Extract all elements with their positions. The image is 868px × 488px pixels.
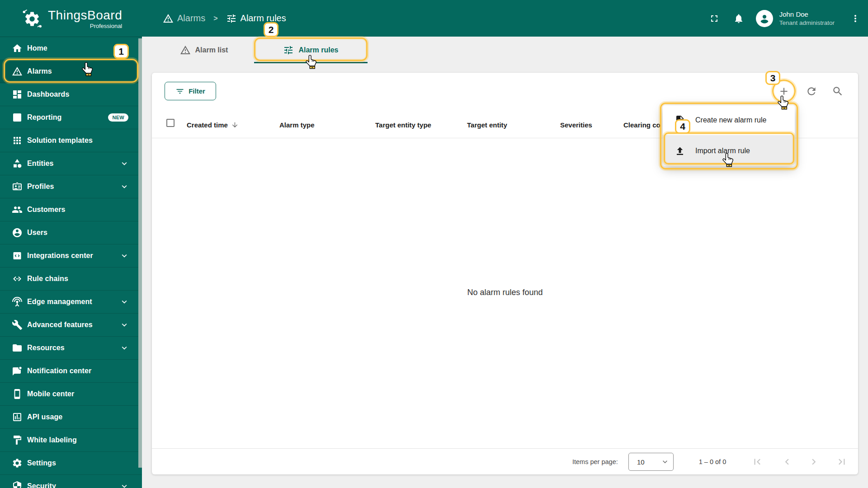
tab-ink-bar <box>254 62 368 63</box>
sidebar-item-label: Rule chains <box>27 275 68 283</box>
breadcrumb: Alarms > Alarm rules <box>163 0 286 37</box>
sidebar-item-integrations-center[interactable]: Integrations center <box>0 244 142 267</box>
sidebar-item-label: Advanced features <box>27 321 93 329</box>
person-icon <box>758 12 771 25</box>
sidebar-item-label: Integrations center <box>27 252 93 260</box>
column-header-clearing-co[interactable]: Clearing co <box>623 116 660 133</box>
rule-chains-icon <box>12 273 23 284</box>
settings-icon <box>12 458 23 469</box>
first-page-button[interactable] <box>751 456 763 468</box>
chevron-down-icon <box>119 182 129 192</box>
last-page-button[interactable] <box>836 456 848 468</box>
profiles-icon <box>12 181 23 192</box>
sidebar-item-mobile-center[interactable]: Mobile center <box>0 383 142 406</box>
column-header-target-entity-type[interactable]: Target entity type <box>375 116 431 133</box>
sidebar-item-security[interactable]: Security <box>0 475 142 488</box>
chevron-down-icon <box>660 457 670 466</box>
tab-alarm-list[interactable]: Alarm list <box>154 37 254 64</box>
sidebar-item-label: Profiles <box>27 183 54 191</box>
file-icon <box>675 115 685 126</box>
filter-button[interactable]: Filter <box>165 82 216 100</box>
column-header-target-entity[interactable]: Target entity <box>467 116 507 133</box>
brand-name: ThingsBoard <box>48 9 122 22</box>
api-usage-icon <box>12 412 23 422</box>
breadcrumb-alarm-rules: Alarm rules <box>226 13 286 24</box>
sidebar-item-entities[interactable]: Entities <box>0 152 142 175</box>
sidebar-scrollbar[interactable] <box>138 38 142 468</box>
white-labeling-icon <box>12 435 23 446</box>
resources-icon <box>12 343 23 353</box>
tab-alarm-rules[interactable]: Alarm rules <box>254 37 368 64</box>
sidebar-item-label: White labeling <box>27 436 77 444</box>
sidebar-item-label: Security <box>27 482 56 488</box>
notifications-button[interactable] <box>730 9 748 28</box>
column-header-alarm-type[interactable]: Alarm type <box>279 116 315 133</box>
sidebar-item-dashboards[interactable]: Dashboards <box>0 83 142 106</box>
sidebar-item-reporting[interactable]: ReportingNEW <box>0 106 142 129</box>
sidebar-item-advanced-features[interactable]: Advanced features <box>0 314 142 337</box>
sidebar-item-alarms[interactable]: Alarms <box>0 60 142 83</box>
notification-icon <box>12 366 23 376</box>
breadcrumb-alarms[interactable]: Alarms <box>163 13 205 24</box>
sidebar-item-home[interactable]: Home <box>0 37 142 60</box>
sidebar-item-settings[interactable]: Settings <box>0 452 142 475</box>
sidebar-item-api-usage[interactable]: API usage <box>0 406 142 429</box>
select-all-checkbox[interactable] <box>166 119 175 127</box>
home-icon <box>12 43 23 54</box>
sidebar-item-label: Dashboards <box>27 90 69 99</box>
tune-icon <box>283 45 294 56</box>
menu-item-create-new-alarm-rule[interactable]: Create new alarm rule <box>663 105 795 135</box>
empty-state-text: No alarm rules found <box>152 288 858 297</box>
sidebar-item-label: Notification center <box>27 367 91 375</box>
column-header-created-time[interactable]: Created time <box>187 116 239 133</box>
search-button[interactable] <box>832 85 844 97</box>
column-header-severities[interactable]: Severities <box>560 116 592 133</box>
upload-icon <box>675 145 685 156</box>
solution-templates-icon <box>12 135 23 146</box>
sidebar: HomeAlarmsDashboardsReportingNEWSolution… <box>0 37 142 488</box>
add-alarm-rule-button[interactable] <box>778 85 790 97</box>
new-badge: NEW <box>108 113 128 122</box>
sidebar-item-notification-center[interactable]: Notification center <box>0 360 142 383</box>
sidebar-item-resources[interactable]: Resources <box>0 337 142 360</box>
tune-icon <box>226 13 237 24</box>
edge-icon <box>12 296 23 307</box>
sidebar-item-users[interactable]: Users <box>0 221 142 244</box>
filter-icon <box>175 87 184 96</box>
refresh-button[interactable] <box>806 85 817 97</box>
user-block[interactable]: John Doe Tenant administrator <box>779 10 835 26</box>
app-header: ThingsBoard Professional Alarms > Alarm … <box>0 0 868 37</box>
add-alarm-rule-menu: Create new alarm ruleImport alarm rule <box>663 105 795 166</box>
page-range-label: 1 – 0 of 0 <box>685 458 740 465</box>
sidebar-item-label: Solution templates <box>27 136 93 145</box>
sidebar-item-white-labeling[interactable]: White labeling <box>0 429 142 452</box>
avatar[interactable] <box>756 10 773 27</box>
next-page-button[interactable] <box>808 456 820 468</box>
sidebar-item-label: Resources <box>27 344 65 352</box>
sidebar-item-profiles[interactable]: Profiles <box>0 175 142 198</box>
bell-icon <box>733 13 744 24</box>
page-size-select[interactable]: 10 <box>628 453 674 471</box>
sidebar-item-label: Alarms <box>27 67 52 75</box>
sidebar-item-edge-management[interactable]: Edge management <box>0 291 142 314</box>
fullscreen-button[interactable] <box>705 9 723 28</box>
previous-page-button[interactable] <box>781 456 793 468</box>
sidebar-item-customers[interactable]: Customers <box>0 198 142 221</box>
sidebar-item-label: API usage <box>27 413 62 421</box>
integrations-icon <box>12 250 23 261</box>
sidebar-item-label: Users <box>27 229 47 237</box>
menu-item-import-alarm-rule[interactable]: Import alarm rule <box>663 135 795 166</box>
user-role: Tenant administrator <box>779 19 835 26</box>
user-name: John Doe <box>779 10 835 18</box>
warning-icon <box>12 66 23 77</box>
thingsboard-logo-icon <box>21 8 43 30</box>
sidebar-item-solution-templates[interactable]: Solution templates <box>0 129 142 152</box>
kebab-icon <box>850 13 861 24</box>
dashboards-icon <box>12 89 23 100</box>
chevron-down-icon <box>119 251 129 261</box>
pagination-bar: Items per page: 10 1 – 0 of 0 <box>152 448 858 474</box>
sidebar-item-rule-chains[interactable]: Rule chains <box>0 267 142 291</box>
chevron-down-icon <box>119 297 129 307</box>
security-icon <box>12 481 23 488</box>
more-menu-button[interactable] <box>846 9 864 28</box>
